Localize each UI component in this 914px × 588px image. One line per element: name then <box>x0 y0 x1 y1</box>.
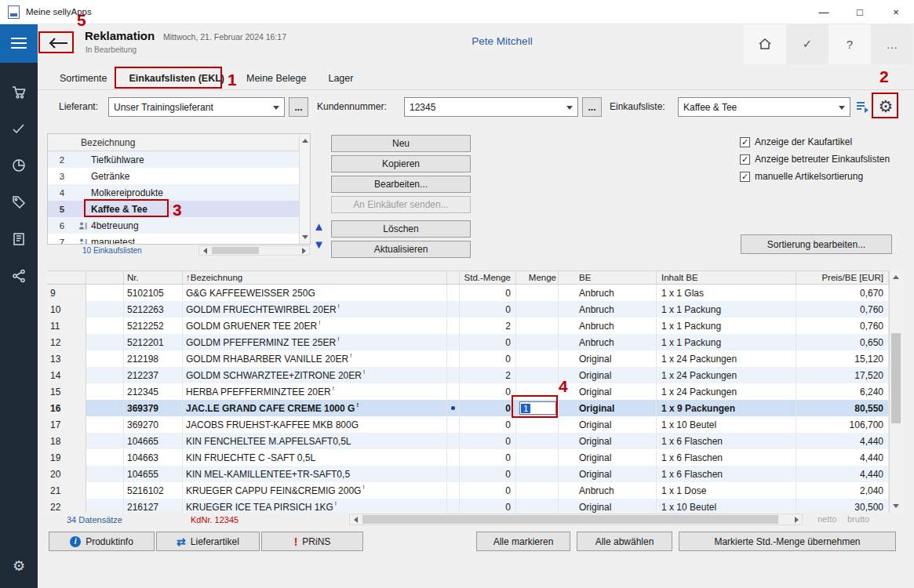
option-anzeige-betreuter-einkaufslisten[interactable]: ✓Anzeige betreuter Einkaufslisten <box>740 151 890 168</box>
move-down-icon[interactable]: ▼ <box>313 238 325 250</box>
cell-menge[interactable] <box>516 301 559 318</box>
row-select-cell[interactable] <box>86 367 124 383</box>
row-select-cell[interactable] <box>86 285 124 301</box>
cell-menge[interactable] <box>516 466 559 482</box>
row-select-cell[interactable] <box>86 433 124 449</box>
scroll-right-icon[interactable] <box>298 246 309 255</box>
kundennummer-select[interactable]: 12345 <box>404 97 578 117</box>
cell-menge[interactable] <box>516 367 559 383</box>
pie-chart-icon[interactable] <box>0 147 38 183</box>
menu-button[interactable] <box>0 24 38 63</box>
checked-checkbox-icon[interactable]: ✓ <box>740 172 750 182</box>
col-std-menge[interactable]: Std.-Menge <box>460 271 516 284</box>
row-select-cell[interactable] <box>86 416 124 433</box>
cell-menge[interactable] <box>516 285 559 301</box>
cell-menge[interactable] <box>516 449 559 466</box>
table-row[interactable]: 13212198GOLDM RHABARBER VANILLE 20ER!0Or… <box>47 350 889 367</box>
löschen-button[interactable]: Löschen <box>331 220 471 238</box>
table-row[interactable]: 17369270JACOBS FRUEHST-KAFFEE MKB 800G0O… <box>47 416 889 433</box>
option-anzeige-der-kaufartikel[interactable]: ✓Anzeige der Kaufartikel <box>740 133 890 151</box>
table-row[interactable]: 14212237GOLDM SCHWARZTEE+ZITRONE 20ER!2O… <box>47 367 889 383</box>
scroll-left-icon[interactable] <box>350 514 361 524</box>
std-menge-uebernehmen-button[interactable]: Markierte Std.-Menge übernehmen <box>679 532 896 551</box>
tab-meine-belege[interactable]: Meine Belege <box>235 73 317 84</box>
cell-menge[interactable] <box>516 416 559 433</box>
list-vertical-scrollbar[interactable] <box>299 134 310 244</box>
table-row[interactable]: 18104665KIN FENCHELTEE M.APFELSAFT0,5L0O… <box>47 433 889 449</box>
scrollbar-thumb[interactable] <box>212 247 259 254</box>
aktualisieren-button[interactable]: Aktualisieren <box>331 241 471 258</box>
table-row[interactable]: 105212263GOLDM FRUECHTEWIRBEL 20ER!0Anbr… <box>47 301 889 318</box>
table-row[interactable]: 20104655KIN MEL-KAMILLENTEE+TR-SAFT0,50O… <box>47 466 889 482</box>
brutto-toggle[interactable]: brutto <box>847 514 869 524</box>
col-nr[interactable]: Nr. <box>124 271 183 284</box>
col-select[interactable] <box>86 271 124 284</box>
scroll-up-icon[interactable] <box>893 275 899 279</box>
table-row[interactable]: 22216127KRUEGER ICE TEA PIRSICH 1KG!0Ori… <box>47 499 889 513</box>
cell-menge[interactable] <box>516 499 559 513</box>
scrollbar-thumb[interactable] <box>362 515 778 524</box>
row-select-cell[interactable] <box>86 301 124 318</box>
col-preis[interactable]: Preis/BE [EUR] <box>796 271 889 284</box>
tab-sortimente[interactable]: Sortimente <box>49 73 118 84</box>
list-item-getränke[interactable]: 3Getränke <box>48 168 310 184</box>
table-vertical-scrollbar[interactable] <box>889 270 902 513</box>
list-item-molkereiprodukte[interactable]: 4Molkereiprodukte <box>48 184 310 201</box>
settings-icon[interactable]: ⚙ <box>0 547 38 584</box>
list-item-manuetest[interactable]: 7manuetest <box>48 234 310 245</box>
lieferartikel-button[interactable]: ⇄ Lieferartikel <box>156 532 260 551</box>
table-row[interactable]: 19104663KIN FRUECHTE C -SAFT 0,5L0Origin… <box>47 449 889 466</box>
prins-button[interactable]: ! PRiNS <box>261 532 363 551</box>
kopieren-button[interactable]: Kopieren <box>331 155 471 172</box>
table-row[interactable]: 16369379JAC.LE GRAND CAFE CREME 1000 G!0… <box>47 400 889 416</box>
bearbeiten-button[interactable]: Bearbeiten... <box>331 176 471 193</box>
list-header[interactable]: Bezeichnung <box>48 134 310 151</box>
einkaufsliste-select[interactable]: Kaffee & Tee <box>678 97 850 117</box>
row-select-cell[interactable] <box>86 482 124 499</box>
minimize-button[interactable]: — <box>806 0 842 24</box>
table-row[interactable]: 125212201GOLDM PFEFFERMINZ TEE 25ER!0Anb… <box>47 334 889 350</box>
table-row[interactable]: 115212252GOLDM GRUENER TEE 20ER!2Anbruch… <box>47 318 889 334</box>
catalog-icon[interactable] <box>0 220 38 257</box>
col-mark[interactable] <box>447 271 460 284</box>
maximize-button[interactable]: □ <box>842 0 878 24</box>
tab-lager[interactable]: Lager <box>317 73 364 84</box>
table-horizontal-scrollbar[interactable] <box>349 514 803 525</box>
scroll-left-icon[interactable] <box>199 246 210 255</box>
row-select-cell[interactable] <box>86 383 124 400</box>
help-icon[interactable]: ? <box>828 24 871 64</box>
col-bezeichnung[interactable]: ↑ Bezeichnung <box>183 271 447 284</box>
row-select-cell[interactable] <box>86 350 124 367</box>
cell-menge[interactable] <box>516 350 559 367</box>
alle-markieren-button[interactable]: Alle markieren <box>476 532 570 551</box>
list-horizontal-scrollbar[interactable] <box>198 245 310 256</box>
cell-menge[interactable] <box>516 433 559 449</box>
checked-checkbox-icon[interactable]: ✓ <box>740 154 750 165</box>
row-select-cell[interactable] <box>86 466 124 482</box>
home-icon[interactable] <box>744 24 786 64</box>
cell-menge[interactable] <box>516 334 559 350</box>
user-name[interactable]: Pete Mitchell <box>424 35 581 47</box>
col-inhalt-be[interactable]: Inhalt BE <box>657 271 796 284</box>
cell-menge[interactable] <box>516 482 559 499</box>
assign-list-icon[interactable] <box>854 100 872 116</box>
kundennummer-more-button[interactable]: ... <box>582 97 602 117</box>
move-up-icon[interactable]: ▲ <box>313 220 325 232</box>
col-menge[interactable]: Menge <box>516 271 559 284</box>
row-select-cell[interactable] <box>86 499 124 513</box>
list-item-4betreuung[interactable]: 64betreuung <box>48 217 310 234</box>
lieferant-more-button[interactable]: ... <box>289 97 308 117</box>
close-button[interactable]: × <box>878 0 914 24</box>
col-be[interactable]: BE <box>559 271 657 284</box>
scroll-up-icon[interactable] <box>302 139 308 143</box>
table-row[interactable]: 215216102KRUEGER CAPPU FEIN&CREMIG 200G!… <box>47 482 889 499</box>
more-options-icon[interactable]: … <box>871 24 913 64</box>
row-select-cell[interactable] <box>86 449 124 466</box>
netto-toggle[interactable]: netto <box>818 514 836 524</box>
checked-checkbox-icon[interactable]: ✓ <box>740 137 750 147</box>
list-item-tiefkühlware[interactable]: 2Tiefkühlware <box>48 151 310 168</box>
check-icon[interactable] <box>0 110 38 147</box>
option-manuelle-artikelsortierung[interactable]: ✓manuelle Artikelsortierung <box>740 168 890 185</box>
produktinfo-button[interactable]: i Produktinfo <box>49 532 155 551</box>
scroll-down-icon[interactable] <box>302 235 308 239</box>
